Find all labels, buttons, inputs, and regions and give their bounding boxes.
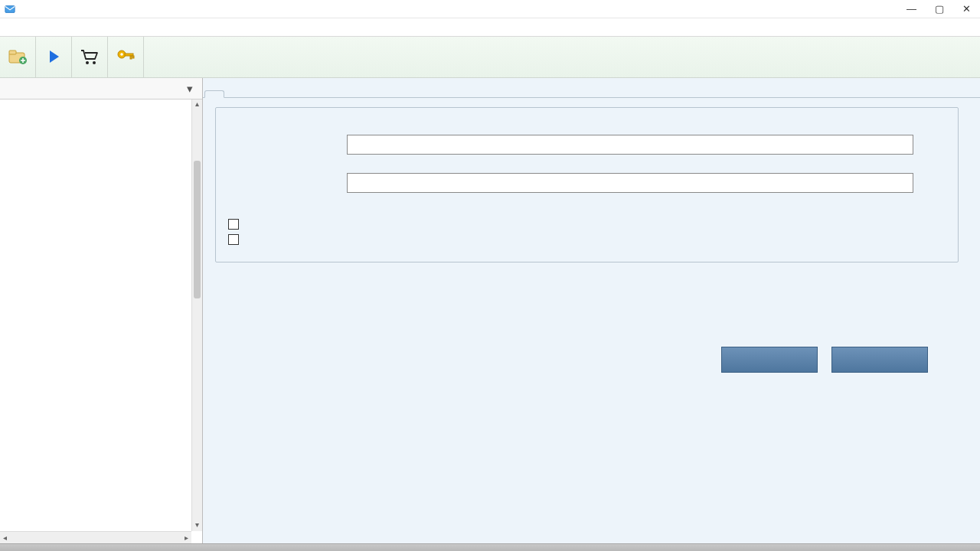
scroll-left-icon[interactable]: ◂ xyxy=(3,533,7,542)
play-icon xyxy=(44,47,64,67)
chevron-down-icon[interactable]: ▾ xyxy=(184,82,196,96)
sidebar-header[interactable]: ▾ xyxy=(0,78,202,99)
key-icon xyxy=(116,47,136,67)
use-proxy-checkbox[interactable] xyxy=(228,234,239,245)
app-icon xyxy=(5,4,15,15)
credentials-fieldset xyxy=(215,107,959,262)
email-input[interactable] xyxy=(347,135,913,155)
toolbar xyxy=(0,37,980,78)
maximize-button[interactable]: ▢ xyxy=(935,3,944,15)
cart-icon xyxy=(80,47,100,67)
main: ▾ ▴ ▾ ◂ ▸ xyxy=(0,78,980,543)
toolbar-activate[interactable] xyxy=(108,37,144,77)
window-controls: — ▢ ✕ xyxy=(906,3,975,15)
reset-button[interactable] xyxy=(721,347,818,373)
svg-rect-2 xyxy=(9,51,16,54)
scroll-down-icon[interactable]: ▾ xyxy=(192,520,202,531)
password-input[interactable] xyxy=(347,173,913,193)
titlebar: — ▢ ✕ xyxy=(0,0,980,18)
menubar xyxy=(0,18,980,37)
sidebar-scrollbar-horizontal[interactable]: ◂ ▸ xyxy=(0,531,191,543)
close-button[interactable]: ✕ xyxy=(962,3,971,15)
tabstrip xyxy=(203,78,980,98)
tab-filter-options[interactable] xyxy=(244,91,264,98)
scrollbar-thumb[interactable] xyxy=(194,161,201,298)
row-email xyxy=(228,135,941,155)
svg-rect-9 xyxy=(130,56,132,59)
batch-mode-checkbox[interactable] xyxy=(228,219,239,230)
svg-rect-10 xyxy=(132,56,134,58)
tab-select-email-source[interactable] xyxy=(204,90,224,98)
tab-about[interactable] xyxy=(264,91,284,98)
row-use-proxy xyxy=(228,234,941,245)
toolbar-backup[interactable] xyxy=(36,37,72,77)
minimize-button[interactable]: — xyxy=(906,3,916,15)
svg-point-4 xyxy=(86,61,89,64)
button-row xyxy=(215,347,959,373)
sidebar: ▾ ▴ ▾ ◂ ▸ xyxy=(0,78,203,543)
row-password xyxy=(228,173,941,193)
toolbar-buy-now[interactable] xyxy=(72,37,108,77)
login-button[interactable] xyxy=(831,347,928,373)
folder-plus-icon xyxy=(8,47,28,67)
row-batch-mode xyxy=(228,219,941,230)
tab-pane xyxy=(203,98,980,543)
toolbar-email-source[interactable] xyxy=(0,37,36,77)
svg-point-5 xyxy=(93,61,96,64)
svg-rect-0 xyxy=(5,5,15,12)
sidebar-list: ▴ ▾ ◂ ▸ xyxy=(0,99,202,543)
scroll-up-icon[interactable]: ▴ xyxy=(192,99,202,110)
statusbar xyxy=(0,543,980,551)
tab-backup[interactable] xyxy=(224,91,244,98)
sidebar-scrollbar-vertical[interactable]: ▴ ▾ xyxy=(191,99,202,531)
scroll-right-icon[interactable]: ▸ xyxy=(185,533,188,542)
content xyxy=(203,78,980,543)
svg-point-7 xyxy=(120,53,123,56)
